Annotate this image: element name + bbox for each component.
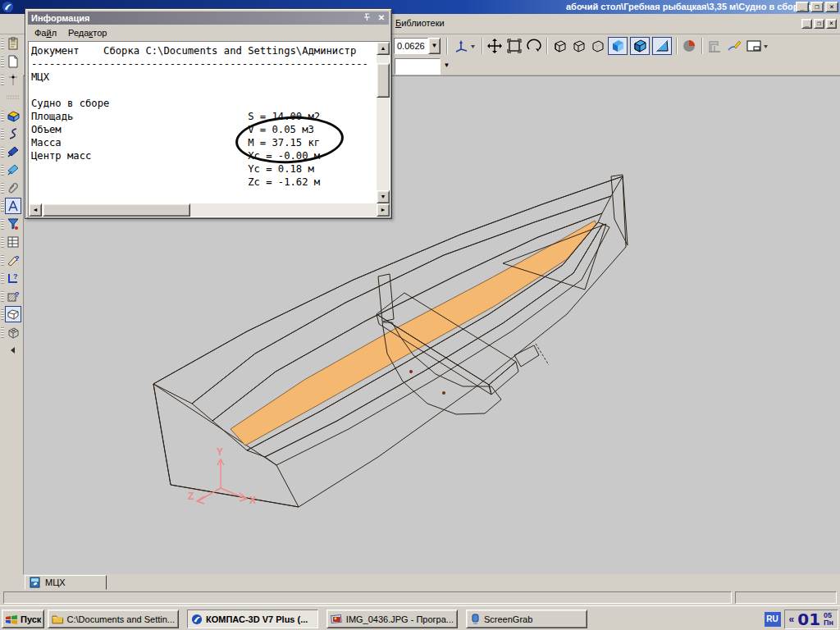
new-document-icon[interactable] bbox=[5, 53, 21, 70]
document-tabbar: МЦХ bbox=[0, 574, 840, 590]
task-label: ScreenGrab bbox=[484, 614, 532, 624]
solid-block-icon[interactable] bbox=[5, 107, 21, 124]
taskbar-task-explorer[interactable]: C:\Documents and Settin... bbox=[48, 609, 179, 628]
toolbar-grip[interactable] bbox=[1, 219, 4, 230]
start-button[interactable]: Пуск bbox=[2, 609, 44, 628]
build-tree-icon[interactable] bbox=[705, 37, 724, 55]
tray-chevron-icon[interactable]: « bbox=[789, 614, 795, 625]
minimize-button[interactable]: _ bbox=[796, 2, 809, 12]
layout-sheet-icon[interactable] bbox=[745, 37, 769, 55]
scroll-right-icon[interactable]: ► bbox=[377, 203, 390, 217]
close-button[interactable]: × bbox=[825, 2, 838, 12]
toolbar-grip[interactable] bbox=[1, 201, 4, 212]
zoom-window-icon[interactable] bbox=[505, 37, 523, 55]
frame-hole bbox=[409, 370, 413, 373]
shaded-icon[interactable] bbox=[608, 37, 628, 55]
toolbar-grip[interactable] bbox=[1, 291, 4, 302]
assembly-mode-icon[interactable] bbox=[5, 324, 21, 340]
vertical-scrollbar[interactable]: ▲ ▼ bbox=[377, 42, 390, 203]
restore-button[interactable]: ❐ bbox=[810, 2, 824, 12]
screen: абочий стол\Гребная рыбацкая\3,35 м\Судн… bbox=[0, 0, 840, 630]
toolbar-grip[interactable] bbox=[1, 255, 4, 266]
filter-icon[interactable] bbox=[5, 216, 21, 232]
toolbar-grip[interactable] bbox=[1, 147, 4, 158]
measure-tool-icon[interactable] bbox=[5, 198, 21, 214]
orientation-input[interactable] bbox=[395, 58, 441, 75]
halftone-section-icon[interactable] bbox=[652, 37, 672, 55]
mdi-close-button[interactable]: × bbox=[826, 19, 837, 29]
info-menu-file[interactable]: Файл bbox=[34, 28, 57, 39]
mdi-restore-button[interactable]: ❐ bbox=[814, 19, 824, 29]
point-icon[interactable] bbox=[5, 71, 21, 88]
horizontal-scrollbar[interactable]: ◄ ► bbox=[29, 203, 390, 217]
scroll-left-icon[interactable]: ◄ bbox=[29, 203, 42, 217]
menu-libraries[interactable]: Библиотеки bbox=[395, 18, 445, 28]
info-window-titlebar[interactable]: Информация ✕ bbox=[28, 11, 389, 25]
wireframe-icon[interactable] bbox=[550, 37, 568, 55]
hidden-lines-icon[interactable] bbox=[569, 37, 587, 55]
taskbar-task-image-viewer[interactable]: IMG_0436.JPG - Програ... bbox=[326, 609, 458, 628]
hatch-query-icon[interactable]: ? bbox=[5, 288, 21, 304]
taskbar-task-kompas[interactable]: КОМПАС-3D V7 Plus (... bbox=[187, 609, 318, 628]
part-color-icon[interactable] bbox=[680, 37, 698, 55]
left-toolbar-cell bbox=[0, 89, 23, 107]
pin-blue-icon[interactable] bbox=[5, 144, 21, 160]
scroll-down-icon[interactable]: ▼ bbox=[377, 190, 390, 203]
svg-text:?: ? bbox=[13, 272, 18, 281]
hidden-lines-thin-icon[interactable] bbox=[588, 37, 606, 55]
toolbar-grip[interactable] bbox=[1, 165, 4, 176]
sketch-query-icon[interactable]: ? bbox=[5, 252, 21, 268]
toolbar-grip[interactable] bbox=[5, 89, 21, 106]
status-coords-pane bbox=[735, 591, 837, 604]
orientation-combo-arrow-icon[interactable]: ▼ bbox=[441, 58, 453, 75]
surface-mode-icon[interactable] bbox=[5, 306, 21, 322]
left-toolbar-cell: ? bbox=[0, 288, 23, 305]
vscroll-thumb[interactable] bbox=[377, 63, 390, 98]
clock-hours: 01 bbox=[797, 609, 820, 629]
language-indicator[interactable]: RU bbox=[765, 612, 781, 627]
toolbar-grip[interactable] bbox=[1, 75, 4, 85]
orientation-icon[interactable] bbox=[452, 37, 478, 55]
mdi-minimize-button[interactable]: _ bbox=[801, 19, 812, 29]
toolbar-grip[interactable] bbox=[1, 111, 4, 121]
left-toolbar-cell bbox=[0, 216, 23, 233]
scroll-up-icon[interactable]: ▲ bbox=[377, 42, 390, 55]
sketch-edit-icon[interactable] bbox=[725, 37, 743, 55]
toolbar-grip[interactable] bbox=[1, 129, 4, 139]
spline-icon[interactable] bbox=[5, 126, 21, 142]
toolbar-grip[interactable] bbox=[1, 183, 4, 194]
toolbar-grip[interactable] bbox=[1, 309, 4, 320]
pan-icon[interactable] bbox=[486, 37, 504, 55]
clock-side: 05 Пн bbox=[824, 612, 833, 627]
toolbar-grip[interactable] bbox=[1, 39, 4, 49]
toolbar-grip[interactable] bbox=[1, 327, 4, 338]
info-close-icon[interactable]: ✕ bbox=[376, 13, 387, 23]
folder-icon bbox=[52, 614, 64, 624]
left-toolbar-cell bbox=[0, 306, 23, 323]
info-menu-editor[interactable]: Редактор bbox=[68, 28, 107, 39]
clipboard-icon[interactable] bbox=[5, 35, 21, 52]
hscroll-thumb[interactable] bbox=[43, 203, 190, 217]
rotate-icon[interactable] bbox=[525, 37, 543, 55]
toolbar-grip[interactable] bbox=[1, 57, 4, 67]
corner-query-icon[interactable]: ? bbox=[5, 270, 21, 286]
left-toolbar-cell bbox=[0, 180, 23, 197]
attach-icon[interactable] bbox=[5, 180, 21, 196]
pin-icon[interactable] bbox=[361, 13, 372, 23]
report-table-icon[interactable] bbox=[5, 234, 21, 250]
zoom-scale-input[interactable] bbox=[394, 38, 428, 54]
toolbar-grip[interactable] bbox=[1, 237, 4, 248]
toolbar-grip[interactable] bbox=[1, 273, 4, 284]
seat-bracket bbox=[514, 345, 539, 367]
task-label: C:\Documents and Settin... bbox=[67, 614, 175, 624]
collapse-arrow-icon[interactable] bbox=[5, 342, 21, 358]
taskbar-task-screengrab[interactable]: ScreenGrab bbox=[466, 609, 587, 628]
tab-mcx[interactable]: МЦХ bbox=[25, 575, 107, 590]
taskbar: Пуск C:\Documents and Settin... КОМПАС-3… bbox=[0, 605, 840, 630]
orientation-combo[interactable]: ▼ bbox=[395, 58, 453, 75]
pin-cyan-icon[interactable] bbox=[5, 162, 21, 178]
zoom-scale-combo[interactable]: ▼ bbox=[394, 38, 441, 54]
shaded-edges-icon[interactable] bbox=[630, 37, 650, 55]
zoom-combo-arrow-icon[interactable]: ▼ bbox=[428, 38, 441, 54]
task-label: КОМПАС-3D V7 Plus (... bbox=[206, 614, 308, 624]
